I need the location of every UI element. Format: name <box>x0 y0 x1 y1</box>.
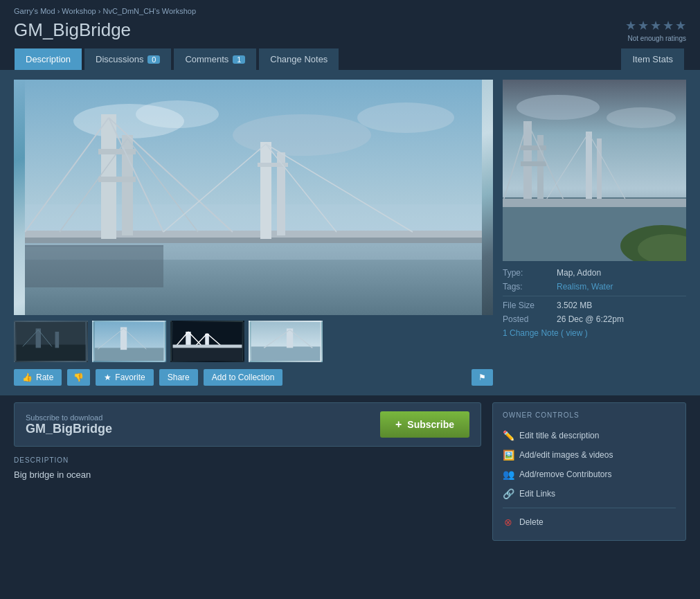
star-1[interactable]: ★ <box>625 18 636 33</box>
subscribe-button[interactable]: + Subscribe <box>380 411 469 438</box>
meta-filesize-row: File Size 3.502 MB <box>503 301 686 310</box>
delete-icon: ⊗ <box>503 517 514 528</box>
breadcrumb-part-2[interactable]: Workshop <box>62 7 96 15</box>
svg-rect-8 <box>25 238 482 243</box>
svg-point-52 <box>517 95 600 120</box>
svg-rect-60 <box>597 138 602 199</box>
type-label: Type: <box>503 268 551 278</box>
star-3[interactable]: ★ <box>650 18 661 33</box>
thumbnail-1[interactable] <box>14 321 88 362</box>
tab-discussions-label: Discussions <box>96 54 143 64</box>
breadcrumb: Garry's Mod › Workshop › NvC_DmN_CH's Wo… <box>14 7 686 15</box>
add-collection-label: Add to Collection <box>212 373 275 382</box>
tab-comments[interactable]: Comments 1 <box>173 48 257 70</box>
main-image[interactable] <box>14 80 493 315</box>
right-panel: Type: Map, Addon Tags: Realism, Water Fi… <box>503 80 686 395</box>
svg-rect-33 <box>95 348 164 361</box>
tab-description-label: Description <box>26 54 71 64</box>
tabs-bar: Description Discussions 0 Comments 1 Cha… <box>0 48 700 71</box>
breadcrumb-part-1[interactable]: Garry's Mod <box>14 7 55 15</box>
delete-label: Delete <box>519 517 544 527</box>
breadcrumb-part-3[interactable]: NvC_DmN_CH's Workshop <box>102 7 196 15</box>
type-value: Map, Addon <box>557 268 601 278</box>
svg-rect-13 <box>260 142 271 239</box>
star-4[interactable]: ★ <box>663 18 674 33</box>
favorite-button[interactable]: ★ Favorite <box>96 369 153 386</box>
item-meta: Type: Map, Addon Tags: Realism, Water Fi… <box>503 261 686 345</box>
subscribe-section: Subscribe to download GM_BigBridge + Sub… <box>14 402 481 447</box>
tab-description[interactable]: Description <box>14 48 82 70</box>
subscribe-info: Subscribe to download GM_BigBridge <box>26 413 112 436</box>
posted-value: 26 Dec @ 6:22pm <box>557 314 624 324</box>
flag-icon: ⚑ <box>478 373 486 382</box>
star-5[interactable]: ★ <box>675 18 686 33</box>
star-icon: ★ <box>104 373 111 382</box>
posted-label: Posted <box>503 314 551 324</box>
contributors-label: Add/remove Contributors <box>519 470 611 479</box>
meta-posted-row: Posted 26 Dec @ 6:22pm <box>503 314 686 324</box>
rate-thumbdown-button[interactable]: 👎 <box>67 369 90 386</box>
rating-text: Not enough ratings <box>627 35 686 42</box>
edit-icon: ✏️ <box>503 430 514 441</box>
svg-rect-59 <box>586 132 592 201</box>
thumbnails-row <box>14 321 493 362</box>
change-note-link[interactable]: 1 Change Note ( view ) <box>503 328 588 338</box>
svg-rect-27 <box>17 345 86 361</box>
workshop-area: 👍 Rate 👎 ★ Favorite Share Add to Collect… <box>0 71 700 395</box>
below-right: OWNER CONTROLS ✏️ Edit title & descripti… <box>492 402 686 541</box>
edit-title-label: Edit title & description <box>519 431 599 440</box>
item-screenshot <box>503 80 686 261</box>
contributors-icon: 👥 <box>503 469 514 480</box>
svg-rect-65 <box>503 199 686 207</box>
thumbdown-icon: 👎 <box>73 373 84 382</box>
subscribe-button-label: Subscribe <box>407 419 454 430</box>
action-bar: 👍 Rate 👎 ★ Favorite Share Add to Collect… <box>14 369 493 395</box>
edit-title-button[interactable]: ✏️ Edit title & description <box>503 426 676 445</box>
below-content: Subscribe to download GM_BigBridge + Sub… <box>0 395 700 555</box>
subscribe-label: Subscribe to download <box>26 413 112 422</box>
contributors-button[interactable]: 👥 Add/remove Contributors <box>503 465 676 484</box>
favorite-label: Favorite <box>115 373 145 382</box>
tab-discussions[interactable]: Discussions 0 <box>84 48 172 70</box>
filesize-label: File Size <box>503 301 551 310</box>
thumbnail-4[interactable] <box>249 321 323 362</box>
tags-value[interactable]: Realism, Water <box>557 282 613 292</box>
edit-links-button[interactable]: 🔗 Edit Links <box>503 484 676 503</box>
add-collection-button[interactable]: Add to Collection <box>204 369 283 386</box>
links-icon: 🔗 <box>503 488 514 499</box>
svg-rect-57 <box>521 145 546 150</box>
flag-button[interactable]: ⚑ <box>472 369 493 386</box>
tab-changenotes[interactable]: Change Notes <box>258 48 339 70</box>
svg-rect-58 <box>521 161 546 166</box>
filesize-value: 3.502 MB <box>557 301 592 310</box>
page-title-row: GM_BigBridge ★ ★ ★ ★ ★ Not enough rating… <box>14 18 686 42</box>
edit-images-label: Add/edit images & videos <box>519 450 613 460</box>
left-panel: 👍 Rate 👎 ★ Favorite Share Add to Collect… <box>14 80 493 395</box>
svg-point-4 <box>357 102 454 133</box>
share-button[interactable]: Share <box>159 369 198 386</box>
svg-point-2 <box>136 100 219 128</box>
star-rating: ★ ★ ★ ★ ★ Not enough ratings <box>625 18 686 42</box>
thumbnail-2[interactable] <box>92 321 166 362</box>
share-label: Share <box>168 373 190 382</box>
tab-itemstats[interactable]: Item Stats <box>620 48 685 70</box>
meta-tags-row: Tags: Realism, Water <box>503 282 686 292</box>
svg-rect-29 <box>55 332 60 348</box>
tab-discussions-badge: 0 <box>147 55 160 64</box>
description-section: DESCRIPTION Big bridge in ocean <box>14 456 481 480</box>
edit-images-button[interactable]: 🖼️ Add/edit images & videos <box>503 445 676 465</box>
change-note-view: ( view ) <box>561 328 588 338</box>
thumbnail-3[interactable] <box>170 321 244 362</box>
svg-rect-24 <box>25 246 163 287</box>
delete-button[interactable]: ⊗ Delete <box>503 512 676 532</box>
stars-container[interactable]: ★ ★ ★ ★ ★ <box>625 18 686 33</box>
owner-divider <box>503 508 676 508</box>
tab-changenotes-label: Change Notes <box>270 54 327 64</box>
star-2[interactable]: ★ <box>638 18 649 33</box>
header: Garry's Mod › Workshop › NvC_DmN_CH's Wo… <box>0 0 700 48</box>
rate-thumbup-button[interactable]: 👍 Rate <box>14 369 62 386</box>
tags-label: Tags: <box>503 282 551 292</box>
images-icon: 🖼️ <box>503 449 514 461</box>
owner-controls: OWNER CONTROLS ✏️ Edit title & descripti… <box>492 402 686 541</box>
plus-icon: + <box>395 418 402 431</box>
